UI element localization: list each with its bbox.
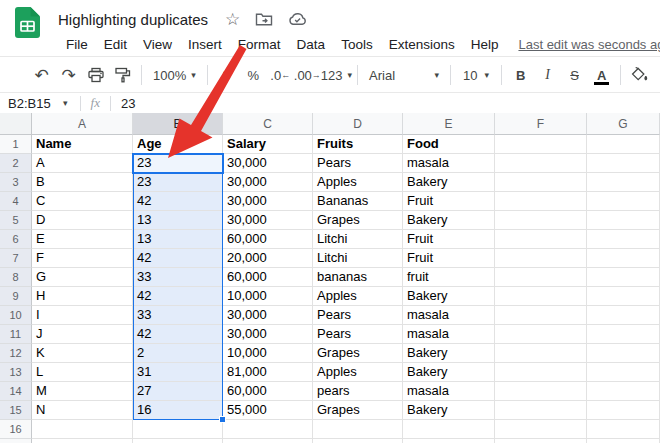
bold-button[interactable]: B <box>507 62 534 88</box>
row-header-5[interactable]: 5 <box>0 211 32 230</box>
cell-G13[interactable] <box>587 363 660 382</box>
cell-C9[interactable]: 10,000 <box>223 287 313 306</box>
cell-A2[interactable]: A <box>32 154 133 173</box>
cell-D17[interactable] <box>313 439 403 443</box>
cell-A17[interactable] <box>32 439 133 443</box>
cell-G15[interactable] <box>587 401 660 420</box>
cell-E6[interactable]: Fruit <box>403 230 495 249</box>
menu-help[interactable]: Help <box>463 34 507 56</box>
cell-G1[interactable] <box>587 135 660 154</box>
cell-G3[interactable] <box>587 173 660 192</box>
cell-F10[interactable] <box>495 306 587 325</box>
cell-F1[interactable] <box>495 135 587 154</box>
cell-C12[interactable]: 10,000 <box>223 344 313 363</box>
row-header-2[interactable]: 2 <box>0 154 32 173</box>
print-icon[interactable] <box>82 62 109 88</box>
cell-C15[interactable]: 55,000 <box>223 401 313 420</box>
format-currency-button[interactable]: $ <box>213 62 240 88</box>
column-header-D[interactable]: D <box>313 113 403 135</box>
cell-B2[interactable]: 23 <box>133 154 223 173</box>
cell-G11[interactable] <box>587 325 660 344</box>
cell-E3[interactable]: Bakery <box>403 173 495 192</box>
cell-F5[interactable] <box>495 211 587 230</box>
cell-G10[interactable] <box>587 306 660 325</box>
row-header-8[interactable]: 8 <box>0 268 32 287</box>
italic-button[interactable]: I <box>534 62 561 88</box>
cell-E7[interactable]: Fruit <box>403 249 495 268</box>
cell-B9[interactable]: 42 <box>133 287 223 306</box>
cell-C17[interactable] <box>223 439 313 443</box>
cell-A4[interactable]: C <box>32 192 133 211</box>
menu-view[interactable]: View <box>135 34 180 56</box>
cell-E2[interactable]: masala <box>403 154 495 173</box>
cell-G16[interactable] <box>587 420 660 439</box>
cell-B14[interactable]: 27 <box>133 382 223 401</box>
cell-D11[interactable]: Pears <box>313 325 403 344</box>
cell-E15[interactable]: Bakery <box>403 401 495 420</box>
cell-D4[interactable]: Bananas <box>313 192 403 211</box>
row-header-10[interactable]: 10 <box>0 306 32 325</box>
cell-A6[interactable]: E <box>32 230 133 249</box>
cell-F15[interactable] <box>495 401 587 420</box>
row-header-14[interactable]: 14 <box>0 382 32 401</box>
row-header-6[interactable]: 6 <box>0 230 32 249</box>
more-formats-button[interactable]: 123 ▾ <box>321 62 352 88</box>
menu-file[interactable]: File <box>58 34 96 56</box>
column-header-A[interactable]: A <box>32 113 133 135</box>
cell-C10[interactable]: 30,000 <box>223 306 313 325</box>
cell-F13[interactable] <box>495 363 587 382</box>
cell-G9[interactable] <box>587 287 660 306</box>
cell-D5[interactable]: Grapes <box>313 211 403 230</box>
cell-G5[interactable] <box>587 211 660 230</box>
cell-F16[interactable] <box>495 420 587 439</box>
cell-D16[interactable] <box>313 420 403 439</box>
cell-A9[interactable]: H <box>32 287 133 306</box>
row-header-9[interactable]: 9 <box>0 287 32 306</box>
cell-D15[interactable]: Grapes <box>313 401 403 420</box>
row-header-11[interactable]: 11 <box>0 325 32 344</box>
cell-G17[interactable] <box>587 439 660 443</box>
cell-D2[interactable]: Pears <box>313 154 403 173</box>
cell-B15[interactable]: 16 <box>133 401 223 420</box>
menu-extensions[interactable]: Extensions <box>381 34 463 56</box>
row-header-17[interactable]: 17 <box>0 439 32 443</box>
decrease-decimal-button[interactable]: .0← <box>267 62 294 88</box>
row-header-4[interactable]: 4 <box>0 192 32 211</box>
cell-B11[interactable]: 42 <box>133 325 223 344</box>
fill-handle[interactable] <box>219 416 226 423</box>
cell-C2[interactable]: 30,000 <box>223 154 313 173</box>
cell-D7[interactable]: Litchi <box>313 249 403 268</box>
cell-E4[interactable]: Fruit <box>403 192 495 211</box>
cell-F12[interactable] <box>495 344 587 363</box>
column-header-E[interactable]: E <box>403 113 495 135</box>
menu-data[interactable]: Data <box>289 34 334 56</box>
font-size-dropdown[interactable]: 10 ▾ <box>456 62 496 88</box>
row-header-13[interactable]: 13 <box>0 363 32 382</box>
cell-A5[interactable]: D <box>32 211 133 230</box>
cell-E16[interactable] <box>403 420 495 439</box>
cell-B13[interactable]: 31 <box>133 363 223 382</box>
row-header-16[interactable]: 16 <box>0 420 32 439</box>
menu-edit[interactable]: Edit <box>96 34 135 56</box>
cell-F4[interactable] <box>495 192 587 211</box>
cell-C14[interactable]: 60,000 <box>223 382 313 401</box>
cell-B16[interactable] <box>133 420 223 439</box>
increase-decimal-button[interactable]: .00→ <box>294 62 321 88</box>
cell-A3[interactable]: B <box>32 173 133 192</box>
cell-F2[interactable] <box>495 154 587 173</box>
cell-B12[interactable]: 2 <box>133 344 223 363</box>
last-edit-link[interactable]: Last edit was seconds ago <box>518 37 660 52</box>
cell-C6[interactable]: 60,000 <box>223 230 313 249</box>
text-color-button[interactable]: A <box>588 62 615 88</box>
cell-E8[interactable]: fruit <box>403 268 495 287</box>
move-folder-icon[interactable] <box>255 12 273 27</box>
cell-A1[interactable]: Name <box>32 135 133 154</box>
column-header-B[interactable]: B <box>133 113 223 135</box>
cell-E11[interactable]: masala <box>403 325 495 344</box>
select-all-corner[interactable] <box>0 113 32 135</box>
cell-C5[interactable]: 30,000 <box>223 211 313 230</box>
cell-D3[interactable]: Apples <box>313 173 403 192</box>
cell-F7[interactable] <box>495 249 587 268</box>
cell-E14[interactable]: masala <box>403 382 495 401</box>
cell-G2[interactable] <box>587 154 660 173</box>
